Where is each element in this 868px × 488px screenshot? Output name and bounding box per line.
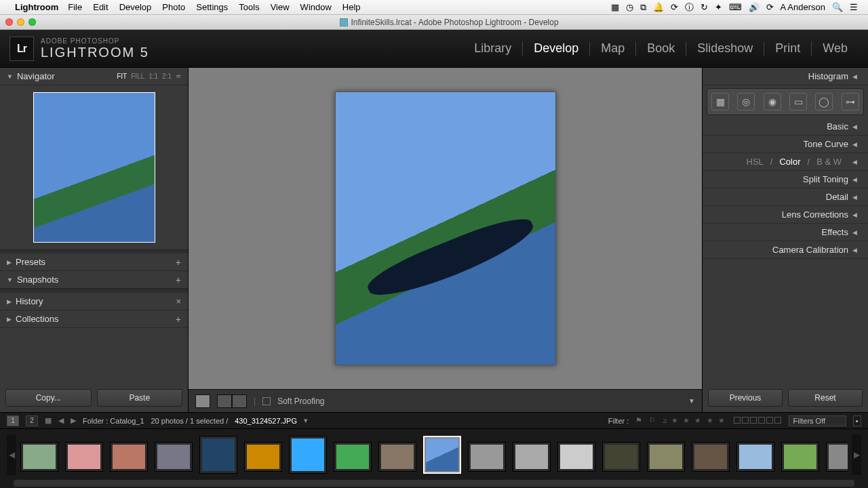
gradient-tool-icon[interactable]: ▭: [789, 93, 807, 110]
nav-zoom-fill[interactable]: FILL: [131, 73, 144, 80]
module-library[interactable]: Library: [463, 41, 523, 56]
status-icon[interactable]: 🔔: [653, 2, 664, 12]
module-develop[interactable]: Develop: [523, 41, 590, 56]
app-menu[interactable]: Lightroom: [15, 2, 58, 12]
add-snapshot-button[interactable]: +: [176, 274, 181, 285]
close-window-button[interactable]: [5, 18, 13, 26]
nav-zoom-fit[interactable]: FIT: [117, 73, 127, 80]
copy-button[interactable]: Copy...: [5, 389, 92, 407]
filmstrip-thumb[interactable]: [334, 442, 372, 472]
hsl-tab[interactable]: HSL: [747, 157, 764, 167]
filmstrip-thumb[interactable]: [826, 442, 848, 472]
nav-zoom-2to1[interactable]: 2:1: [162, 73, 172, 80]
notification-center-icon[interactable]: ☰: [850, 2, 858, 12]
radial-tool-icon[interactable]: ◯: [815, 93, 833, 110]
module-print[interactable]: Print: [764, 41, 812, 56]
status-icon[interactable]: ✦: [715, 2, 722, 12]
filmstrip-thumb[interactable]: [110, 442, 148, 472]
filmstrip-thumb[interactable]: [244, 442, 282, 472]
rating-filter[interactable]: ≥ ★ ★ ★ ★ ★: [663, 416, 726, 425]
status-icon[interactable]: ⟳: [671, 2, 678, 12]
menu-file[interactable]: File: [68, 2, 82, 12]
next-photo-button[interactable]: ▶: [71, 416, 76, 425]
spot-tool-icon[interactable]: ◎: [737, 93, 755, 110]
module-map[interactable]: Map: [590, 41, 636, 56]
tone-curve-header[interactable]: Tone Curve: [703, 136, 868, 153]
menu-photo[interactable]: Photo: [162, 2, 185, 12]
hsl-header[interactable]: HSL/ Color/ B & W: [703, 153, 868, 171]
filmstrip-thumb[interactable]: [155, 442, 193, 472]
sync-icon[interactable]: ⟳: [766, 2, 774, 12]
history-header[interactable]: History ×: [0, 293, 188, 310]
main-photo[interactable]: [335, 92, 556, 365]
redeye-tool-icon[interactable]: ◉: [764, 93, 781, 110]
filmstrip-thumb[interactable]: [468, 442, 506, 472]
current-filename[interactable]: 430_3124527.JPG: [235, 417, 297, 425]
status-icon[interactable]: ▦: [611, 2, 619, 12]
previous-button[interactable]: Previous: [708, 389, 783, 407]
histogram-header[interactable]: Histogram: [703, 68, 868, 85]
collections-header[interactable]: Collections +: [0, 310, 188, 328]
bw-tab[interactable]: B & W: [816, 157, 842, 167]
filmstrip-right-edge[interactable]: ▶: [852, 434, 861, 475]
reset-button[interactable]: Reset: [788, 389, 863, 407]
soft-proofing-checkbox[interactable]: [262, 397, 271, 405]
view-mode-loupe[interactable]: [195, 394, 210, 408]
color-label-filter[interactable]: [733, 417, 782, 425]
filmstrip-thumb[interactable]: [647, 442, 685, 472]
filmstrip-thumb[interactable]: [602, 442, 640, 472]
filters-off-dropdown[interactable]: Filters Off: [789, 415, 846, 426]
view-mode-compare[interactable]: [217, 394, 247, 408]
minimize-window-button[interactable]: [17, 18, 24, 26]
paste-button[interactable]: Paste: [97, 389, 183, 407]
clear-history-button[interactable]: ×: [176, 296, 181, 306]
prev-photo-button[interactable]: ◀: [58, 416, 64, 425]
module-slideshow[interactable]: Slideshow: [686, 41, 764, 56]
split-toning-header[interactable]: Split Toning: [703, 171, 868, 188]
nav-zoom-1to1[interactable]: 1:1: [149, 73, 158, 80]
menu-develop[interactable]: Develop: [119, 2, 152, 12]
toolbar-disclosure[interactable]: ▼: [688, 397, 695, 405]
filmstrip-thumb[interactable]: [20, 442, 58, 472]
volume-icon[interactable]: 🔊: [749, 2, 760, 12]
crop-tool-icon[interactable]: ▦: [711, 93, 729, 110]
filmstrip-thumb[interactable]: [557, 442, 595, 472]
filmstrip-thumb[interactable]: [378, 442, 416, 472]
camera-calibration-header[interactable]: Camera Calibration: [703, 241, 868, 259]
status-icon[interactable]: ⓘ: [685, 1, 694, 14]
module-book[interactable]: Book: [636, 41, 686, 56]
dropbox-icon[interactable]: ⧉: [640, 2, 646, 13]
add-collection-button[interactable]: +: [176, 314, 181, 325]
screen-1-button[interactable]: 1: [7, 415, 19, 426]
add-preset-button[interactable]: +: [176, 257, 181, 268]
brush-tool-icon[interactable]: ⊶: [842, 93, 859, 110]
filmstrip-thumb[interactable]: [781, 442, 819, 472]
user-menu[interactable]: A Anderson: [781, 2, 826, 12]
filmstrip-thumb[interactable]: [289, 436, 327, 474]
keyboard-icon[interactable]: ⌨: [729, 2, 742, 12]
filmstrip-left-edge[interactable]: ◀: [7, 434, 16, 475]
lens-corrections-header[interactable]: Lens Corrections: [703, 206, 868, 224]
filmstrip-scrollbar[interactable]: [14, 480, 854, 487]
color-tab[interactable]: Color: [779, 157, 800, 167]
grid-icon[interactable]: ▦: [45, 416, 52, 425]
status-icon[interactable]: ↻: [701, 2, 708, 12]
navigator-header[interactable]: Navigator FIT FILL 1:1 2:1 ≑: [0, 68, 188, 85]
filmstrip-thumb[interactable]: [199, 436, 237, 474]
folder-path[interactable]: Folder : Catalog_1: [83, 417, 144, 425]
flag-filter-icon[interactable]: ⚑: [635, 416, 642, 425]
navigator-preview[interactable]: [33, 92, 155, 243]
menu-tools[interactable]: Tools: [239, 2, 259, 12]
canvas[interactable]: [189, 68, 702, 389]
snapshots-header[interactable]: Snapshots +: [0, 271, 188, 289]
menu-settings[interactable]: Settings: [196, 2, 228, 12]
menu-view[interactable]: View: [271, 2, 290, 12]
filmstrip-thumb[interactable]: [513, 442, 551, 472]
screen-2-button[interactable]: 2: [26, 415, 38, 426]
status-icon[interactable]: ◷: [626, 2, 633, 12]
filmstrip-thumb[interactable]: [423, 436, 461, 474]
filename-menu-icon[interactable]: ▾: [304, 416, 308, 425]
basic-header[interactable]: Basic: [703, 118, 868, 136]
flag-filter-icon[interactable]: ⚐: [649, 416, 656, 425]
filmstrip-thumb[interactable]: [65, 442, 103, 472]
